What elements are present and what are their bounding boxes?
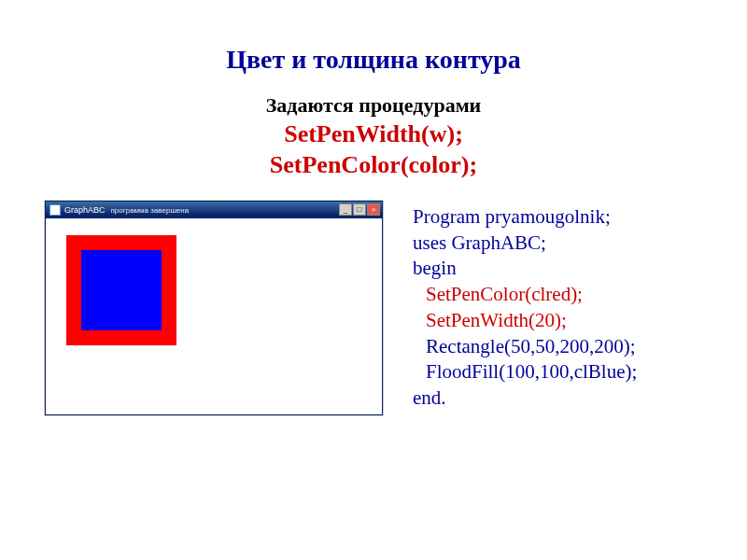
code-line-setpencolor: SetPenColor(clred); bbox=[413, 282, 710, 308]
code-line-program: Program pryamougolnik; bbox=[413, 204, 710, 231]
drawing-canvas bbox=[46, 218, 382, 414]
code-line-end: end. bbox=[413, 385, 710, 412]
code-line-begin: begin bbox=[413, 256, 710, 282]
code-listing: Program pryamougolnik; uses GraphABC; be… bbox=[413, 201, 710, 412]
slide-subtitle: Задаются процедурами bbox=[0, 93, 747, 118]
procedure-setpencolor: SetPenColor(color); bbox=[0, 150, 747, 181]
maximize-button[interactable]: □ bbox=[353, 203, 366, 216]
window-title: GraphABC bbox=[64, 205, 106, 215]
window-buttons: _ □ × bbox=[339, 203, 380, 216]
code-line-floodfill: FloodFill(100,100,clBlue); bbox=[413, 359, 710, 385]
window-status: программа завершена bbox=[111, 206, 190, 215]
close-button[interactable]: × bbox=[367, 203, 380, 216]
code-line-rectangle: Rectangle(50,50,200,200); bbox=[413, 334, 710, 360]
code-line-setpenwidth: SetPenWidth(20); bbox=[413, 308, 710, 334]
minimize-button[interactable]: _ bbox=[339, 203, 352, 216]
slide-title: Цвет и толщина контура bbox=[0, 0, 747, 75]
window-titlebar: GraphABC программа завершена _ □ × bbox=[46, 202, 382, 218]
code-line-uses: uses GraphABC; bbox=[413, 231, 710, 257]
procedure-list: SetPenWidth(w); SetPenColor(color); bbox=[0, 119, 747, 180]
app-icon bbox=[49, 204, 61, 216]
content-row: GraphABC программа завершена _ □ × Progr… bbox=[0, 201, 747, 415]
rectangle-fill bbox=[81, 250, 162, 330]
procedure-setpenwidth: SetPenWidth(w); bbox=[0, 119, 747, 150]
graphabc-window: GraphABC программа завершена _ □ × bbox=[45, 201, 383, 415]
